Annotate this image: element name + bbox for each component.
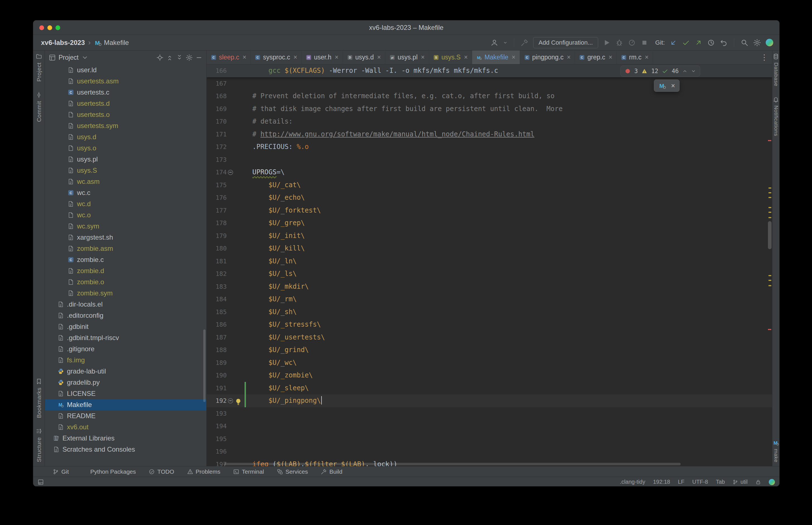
line-number[interactable]: 178 [206, 217, 227, 229]
tool-strip-item-commit[interactable]: Commit [36, 92, 42, 122]
tab-Makefile[interactable]: MMakefile× [472, 50, 520, 64]
code-text[interactable]: # http://www.gnu.org/software/make/manua… [248, 128, 772, 141]
line-number[interactable]: 183 [206, 280, 227, 293]
project-panel-title[interactable]: Project [59, 54, 79, 61]
status-item-utf-8[interactable]: UTF-8 [692, 479, 708, 485]
tab-close-icon[interactable]: × [335, 54, 338, 61]
code-text[interactable] [248, 445, 772, 458]
code-text[interactable]: $U/_grind\ [248, 344, 772, 357]
status-item-util[interactable]: util [733, 479, 748, 485]
git-push-icon[interactable] [694, 39, 702, 47]
tool-window-button-python-packages[interactable]: Python Packages [82, 468, 136, 475]
code-text[interactable]: $U/_wc\ [248, 357, 772, 369]
tree-item[interactable]: .gdbinit [45, 321, 206, 332]
tree-item[interactable]: zombie.o [45, 276, 206, 288]
tree-item[interactable]: wc.asm [45, 176, 206, 187]
code-text[interactable] [248, 407, 772, 420]
expand-all-icon[interactable] [176, 54, 183, 61]
tree-item[interactable]: Cwc.c [45, 187, 206, 198]
line-number[interactable]: 187 [206, 331, 227, 344]
code-text[interactable]: $U/_pingpong\ [248, 394, 772, 407]
line-number[interactable]: 170 [206, 115, 227, 128]
tree-item[interactable]: usys.pl [45, 154, 206, 165]
close-icon[interactable]: × [671, 82, 675, 89]
line-number[interactable]: 181 [206, 255, 227, 268]
inspections-widget[interactable]: 3 12 46 [621, 65, 700, 77]
tab-grep.c[interactable]: Cgrep.c× [575, 50, 616, 64]
code-text[interactable]: $U/_sleep\ [248, 382, 772, 395]
add-configuration-button[interactable]: Add Configuration... [533, 37, 598, 48]
tree-item[interactable]: usys.d [45, 131, 206, 142]
stop-icon[interactable] [641, 39, 648, 47]
panel-settings-icon[interactable] [186, 54, 193, 61]
build-icon[interactable] [521, 39, 528, 47]
code-text[interactable]: # that disk image changes after first bu… [248, 103, 772, 116]
breadcrumb-file[interactable]: M Makefile [94, 39, 129, 47]
code-text[interactable] [248, 77, 772, 90]
code-text[interactable] [248, 433, 772, 446]
view-mode-icon[interactable] [49, 54, 56, 61]
git-commit-icon[interactable] [682, 39, 690, 47]
line-number[interactable]: 186 [206, 318, 227, 331]
line-number[interactable]: 182 [206, 268, 227, 280]
tree-item[interactable]: wc.d [45, 198, 206, 210]
tree-item[interactable]: Czombie.c [45, 254, 206, 265]
line-number[interactable]: 191 [206, 382, 227, 395]
tool-window-button-terminal[interactable]: Terminal [233, 468, 264, 475]
tree-item[interactable]: External Libraries [45, 433, 206, 444]
code-text[interactable]: $U/_ls\ [248, 268, 772, 280]
tab-usys.d[interactable]: Dusys.d× [343, 50, 385, 64]
tree-item[interactable]: fs.img [45, 355, 206, 366]
tree-item[interactable]: .gitignore [45, 343, 206, 355]
previous-issue-icon[interactable] [682, 69, 687, 74]
status-item-tab[interactable]: Tab [716, 479, 725, 485]
code-text[interactable]: $U/_rm\ [248, 293, 772, 306]
makefile-popup[interactable]: M × [654, 79, 679, 92]
tab-close-icon[interactable]: × [377, 54, 381, 61]
tree-item[interactable]: .editorconfig [45, 310, 206, 321]
tree-item[interactable]: MMakefile [45, 399, 206, 410]
search-icon[interactable] [741, 39, 748, 47]
code-text[interactable]: $U/_forktest\ [248, 204, 772, 217]
code-text[interactable]: $U/_kill\ [248, 242, 772, 255]
code-text[interactable]: $U/_stressfs\ [248, 318, 772, 331]
warning-stripe-mark[interactable] [768, 212, 771, 213]
avatar[interactable] [769, 479, 775, 485]
tree-item[interactable]: usertests.d [45, 98, 206, 109]
code-text[interactable]: $U/_zombie\ [248, 369, 772, 382]
line-number[interactable]: 175 [206, 179, 227, 192]
next-issue-icon[interactable] [691, 69, 696, 74]
chevron-down-icon[interactable] [81, 54, 88, 61]
line-number[interactable]: 169 [206, 103, 227, 116]
tab-close-icon[interactable]: × [421, 54, 425, 61]
tab-close-icon[interactable]: × [645, 54, 648, 61]
line-number[interactable]: 177 [206, 204, 227, 217]
avatar[interactable] [766, 39, 773, 46]
code-text[interactable]: $U/_echo\ [248, 191, 772, 204]
line-number[interactable]: 174 [206, 166, 227, 179]
tool-window-button-build[interactable]: Build [321, 468, 342, 475]
code-text[interactable]: $U/_init\ [248, 229, 772, 242]
line-number[interactable]: 196 [206, 445, 227, 458]
tree-item[interactable]: user.ld [45, 64, 206, 76]
code-text[interactable]: $U/_mkdir\ [248, 280, 772, 293]
tree-item[interactable]: zombie.asm [45, 243, 206, 254]
line-number[interactable]: 171 [206, 128, 227, 141]
line-number[interactable]: 190 [206, 369, 227, 382]
intention-bulb-icon[interactable] [234, 397, 242, 405]
user-icon[interactable] [490, 39, 498, 47]
locate-file-icon[interactable] [156, 54, 164, 61]
tree-item[interactable]: grade-lab-util [45, 366, 206, 377]
editor-vertical-scrollbar[interactable] [768, 221, 771, 249]
line-number[interactable]: 188 [206, 344, 227, 357]
tree-item[interactable]: usertests.o [45, 109, 206, 120]
line-number[interactable]: 192 [206, 394, 227, 407]
line-number[interactable]: 185 [206, 306, 227, 318]
status-item-lf[interactable]: LF [678, 479, 684, 485]
tab-close-icon[interactable]: × [512, 54, 515, 61]
tab-rm.c[interactable]: Crm.c× [617, 50, 653, 64]
status-item--clang-tidy[interactable]: .clang-tidy [620, 479, 645, 485]
code-text[interactable]: $U/_cat\ [248, 179, 772, 192]
line-number[interactable]: 168 [206, 90, 227, 103]
tab-sysproc.c[interactable]: Csysproc.c× [251, 50, 302, 64]
